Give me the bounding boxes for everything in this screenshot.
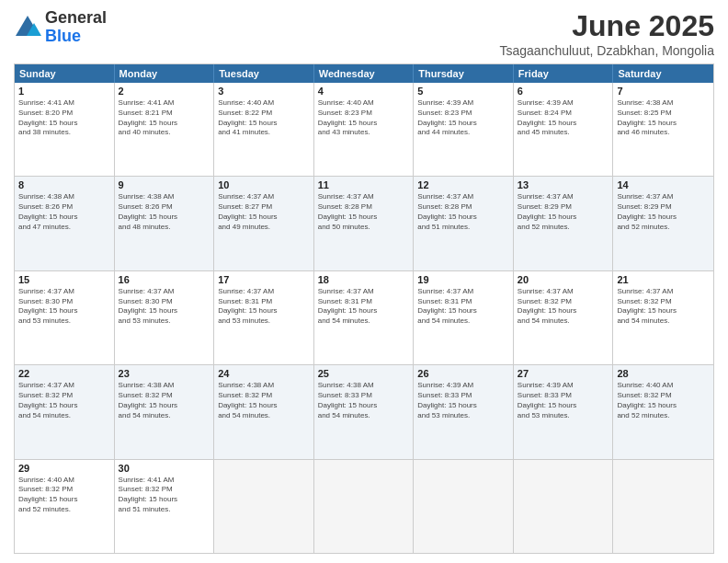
day-info-11: Sunrise: 4:37 AM Sunset: 8:28 PM Dayligh… bbox=[318, 192, 410, 232]
day-6: 6Sunrise: 4:39 AM Sunset: 8:24 PM Daylig… bbox=[514, 83, 614, 176]
day-number-24: 24 bbox=[218, 368, 310, 379]
header: General Blue June 2025 Tsagaanchuluut, D… bbox=[14, 9, 714, 58]
day-info-12: Sunrise: 4:37 AM Sunset: 8:28 PM Dayligh… bbox=[417, 192, 509, 232]
day-number-27: 27 bbox=[518, 368, 609, 379]
day-9: 9Sunrise: 4:38 AM Sunset: 8:26 PM Daylig… bbox=[115, 177, 215, 270]
day-number-6: 6 bbox=[518, 86, 609, 97]
day-info-20: Sunrise: 4:37 AM Sunset: 8:32 PM Dayligh… bbox=[518, 287, 609, 327]
day-number-20: 20 bbox=[518, 274, 609, 285]
day-info-1: Sunrise: 4:41 AM Sunset: 8:20 PM Dayligh… bbox=[18, 98, 110, 138]
day-19: 19Sunrise: 4:37 AM Sunset: 8:31 PM Dayli… bbox=[414, 271, 514, 364]
day-21: 21Sunrise: 4:37 AM Sunset: 8:32 PM Dayli… bbox=[613, 271, 713, 364]
day-info-30: Sunrise: 4:41 AM Sunset: 8:32 PM Dayligh… bbox=[119, 476, 210, 515]
day-number-11: 11 bbox=[318, 179, 410, 190]
header-friday: Friday bbox=[514, 64, 614, 83]
day-number-12: 12 bbox=[417, 179, 509, 190]
empty-cell bbox=[314, 460, 415, 553]
day-12: 12Sunrise: 4:37 AM Sunset: 8:28 PM Dayli… bbox=[414, 177, 514, 270]
day-number-29: 29 bbox=[18, 463, 110, 474]
day-number-14: 14 bbox=[617, 179, 710, 190]
day-7: 7Sunrise: 4:38 AM Sunset: 8:25 PM Daylig… bbox=[613, 83, 713, 176]
day-info-28: Sunrise: 4:40 AM Sunset: 8:32 PM Dayligh… bbox=[617, 381, 710, 420]
day-number-28: 28 bbox=[617, 368, 710, 379]
day-30: 30Sunrise: 4:41 AM Sunset: 8:32 PM Dayli… bbox=[115, 460, 215, 553]
header-tuesday: Tuesday bbox=[214, 64, 314, 83]
day-number-25: 25 bbox=[318, 368, 410, 379]
title-section: June 2025 Tsagaanchuluut, Dzabkhan, Mong… bbox=[500, 9, 715, 58]
day-info-9: Sunrise: 4:38 AM Sunset: 8:26 PM Dayligh… bbox=[119, 192, 210, 232]
logo-icon bbox=[14, 14, 41, 41]
day-info-27: Sunrise: 4:39 AM Sunset: 8:33 PM Dayligh… bbox=[518, 381, 609, 420]
day-23: 23Sunrise: 4:38 AM Sunset: 8:32 PM Dayli… bbox=[115, 365, 215, 458]
day-20: 20Sunrise: 4:37 AM Sunset: 8:32 PM Dayli… bbox=[514, 271, 614, 364]
empty-cell bbox=[214, 460, 314, 553]
day-number-22: 22 bbox=[18, 368, 110, 379]
calendar-header: Sunday Monday Tuesday Wednesday Thursday… bbox=[15, 64, 713, 83]
day-18: 18Sunrise: 4:37 AM Sunset: 8:31 PM Dayli… bbox=[314, 271, 415, 364]
day-info-26: Sunrise: 4:39 AM Sunset: 8:33 PM Dayligh… bbox=[417, 381, 509, 420]
day-number-17: 17 bbox=[218, 274, 310, 285]
week-1: 1Sunrise: 4:41 AM Sunset: 8:20 PM Daylig… bbox=[15, 83, 713, 177]
page: General Blue June 2025 Tsagaanchuluut, D… bbox=[0, 0, 728, 563]
day-number-19: 19 bbox=[417, 274, 509, 285]
day-5: 5Sunrise: 4:39 AM Sunset: 8:23 PM Daylig… bbox=[414, 83, 514, 176]
header-saturday: Saturday bbox=[613, 64, 713, 83]
day-info-8: Sunrise: 4:38 AM Sunset: 8:26 PM Dayligh… bbox=[18, 192, 110, 232]
day-15: 15Sunrise: 4:37 AM Sunset: 8:30 PM Dayli… bbox=[15, 271, 115, 364]
day-info-10: Sunrise: 4:37 AM Sunset: 8:27 PM Dayligh… bbox=[218, 192, 310, 232]
logo-blue-text: Blue bbox=[45, 28, 107, 46]
day-info-5: Sunrise: 4:39 AM Sunset: 8:23 PM Dayligh… bbox=[417, 98, 509, 138]
day-number-10: 10 bbox=[218, 179, 310, 190]
day-28: 28Sunrise: 4:40 AM Sunset: 8:32 PM Dayli… bbox=[613, 365, 713, 458]
day-info-18: Sunrise: 4:37 AM Sunset: 8:31 PM Dayligh… bbox=[318, 287, 410, 327]
day-3: 3Sunrise: 4:40 AM Sunset: 8:22 PM Daylig… bbox=[214, 83, 314, 176]
day-22: 22Sunrise: 4:37 AM Sunset: 8:32 PM Dayli… bbox=[15, 365, 115, 458]
day-info-6: Sunrise: 4:39 AM Sunset: 8:24 PM Dayligh… bbox=[518, 98, 609, 138]
day-17: 17Sunrise: 4:37 AM Sunset: 8:31 PM Dayli… bbox=[214, 271, 314, 364]
day-info-17: Sunrise: 4:37 AM Sunset: 8:31 PM Dayligh… bbox=[218, 287, 310, 327]
empty-cell bbox=[514, 460, 614, 553]
day-11: 11Sunrise: 4:37 AM Sunset: 8:28 PM Dayli… bbox=[314, 177, 415, 270]
day-info-3: Sunrise: 4:40 AM Sunset: 8:22 PM Dayligh… bbox=[218, 98, 310, 138]
header-thursday: Thursday bbox=[414, 64, 514, 83]
header-monday: Monday bbox=[115, 64, 215, 83]
day-4: 4Sunrise: 4:40 AM Sunset: 8:23 PM Daylig… bbox=[314, 83, 415, 176]
calendar: Sunday Monday Tuesday Wednesday Thursday… bbox=[14, 63, 714, 554]
day-number-21: 21 bbox=[617, 274, 710, 285]
day-number-9: 9 bbox=[119, 179, 210, 190]
day-number-16: 16 bbox=[119, 274, 210, 285]
day-number-30: 30 bbox=[119, 463, 210, 474]
day-number-15: 15 bbox=[18, 274, 110, 285]
day-2: 2Sunrise: 4:41 AM Sunset: 8:21 PM Daylig… bbox=[115, 83, 215, 176]
logo-general-text: General bbox=[45, 9, 107, 28]
week-2: 8Sunrise: 4:38 AM Sunset: 8:26 PM Daylig… bbox=[15, 177, 713, 270]
day-number-26: 26 bbox=[417, 368, 509, 379]
day-number-3: 3 bbox=[218, 86, 310, 97]
day-1: 1Sunrise: 4:41 AM Sunset: 8:20 PM Daylig… bbox=[15, 83, 115, 176]
day-info-19: Sunrise: 4:37 AM Sunset: 8:31 PM Dayligh… bbox=[417, 287, 509, 327]
logo-text: General Blue bbox=[45, 9, 107, 46]
day-info-21: Sunrise: 4:37 AM Sunset: 8:32 PM Dayligh… bbox=[617, 287, 710, 327]
day-number-8: 8 bbox=[18, 179, 110, 190]
day-info-29: Sunrise: 4:40 AM Sunset: 8:32 PM Dayligh… bbox=[18, 476, 110, 515]
day-number-5: 5 bbox=[417, 86, 509, 97]
day-info-16: Sunrise: 4:37 AM Sunset: 8:30 PM Dayligh… bbox=[119, 287, 210, 327]
day-number-23: 23 bbox=[119, 368, 210, 379]
header-wednesday: Wednesday bbox=[314, 64, 415, 83]
day-info-13: Sunrise: 4:37 AM Sunset: 8:29 PM Dayligh… bbox=[518, 192, 609, 232]
day-26: 26Sunrise: 4:39 AM Sunset: 8:33 PM Dayli… bbox=[414, 365, 514, 458]
week-4: 22Sunrise: 4:37 AM Sunset: 8:32 PM Dayli… bbox=[15, 365, 713, 459]
day-13: 13Sunrise: 4:37 AM Sunset: 8:29 PM Dayli… bbox=[514, 177, 614, 270]
month-title: June 2025 bbox=[500, 9, 715, 43]
day-number-4: 4 bbox=[318, 86, 410, 97]
day-8: 8Sunrise: 4:38 AM Sunset: 8:26 PM Daylig… bbox=[15, 177, 115, 270]
week-5: 29Sunrise: 4:40 AM Sunset: 8:32 PM Dayli… bbox=[15, 460, 713, 553]
day-27: 27Sunrise: 4:39 AM Sunset: 8:33 PM Dayli… bbox=[514, 365, 614, 458]
day-info-22: Sunrise: 4:37 AM Sunset: 8:32 PM Dayligh… bbox=[18, 381, 110, 420]
day-number-7: 7 bbox=[617, 86, 710, 97]
logo: General Blue bbox=[14, 9, 107, 46]
day-info-25: Sunrise: 4:38 AM Sunset: 8:33 PM Dayligh… bbox=[318, 381, 410, 420]
day-number-13: 13 bbox=[518, 179, 609, 190]
day-number-2: 2 bbox=[119, 86, 210, 97]
day-info-7: Sunrise: 4:38 AM Sunset: 8:25 PM Dayligh… bbox=[617, 98, 710, 138]
